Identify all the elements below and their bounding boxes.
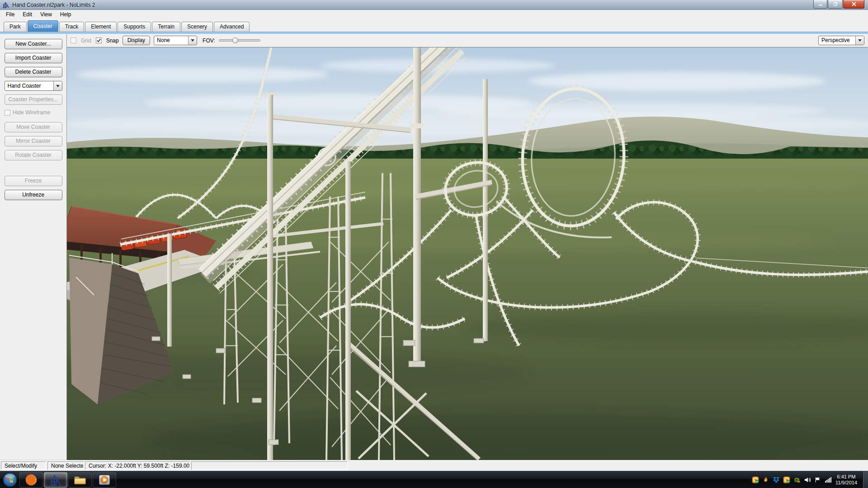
minimize-button[interactable] (813, 0, 827, 9)
flag-icon[interactable] (814, 476, 821, 483)
volume-icon[interactable] (804, 476, 811, 483)
status-cursor-coords: Cursor: X: -22.000ft Y: 59.500ft Z: -159… (85, 461, 190, 470)
move-coaster-button: Move Coaster (5, 122, 62, 132)
status-selection: None Selected (47, 461, 84, 470)
chevron-down-icon[interactable] (855, 36, 864, 45)
system-tray (752, 476, 832, 483)
close-button[interactable] (843, 0, 864, 9)
taskbar-firefox[interactable] (19, 472, 43, 488)
flame-icon[interactable] (762, 476, 769, 483)
camera-view-select[interactable]: Perspective (818, 36, 864, 45)
delete-coaster-button[interactable]: Delete Coaster (5, 67, 62, 77)
tab-track[interactable]: Track (59, 22, 85, 32)
menu-help[interactable]: Help (56, 10, 75, 19)
window-controls (813, 0, 864, 9)
tab-scenery[interactable]: Scenery (181, 22, 213, 32)
taskbar-clock[interactable]: 6:41 PM 11/9/2014 (835, 474, 857, 486)
display-mode-select[interactable]: None (154, 36, 197, 45)
show-desktop-button[interactable] (863, 471, 868, 488)
nvidia-icon[interactable] (793, 476, 801, 483)
rotate-coaster-button: Rotate Coaster (5, 150, 62, 160)
orange-check-icon-2[interactable] (783, 476, 790, 483)
status-empty (191, 461, 348, 470)
clock-time: 6:41 PM (835, 474, 857, 480)
tab-supports[interactable]: Supports (118, 22, 151, 32)
display-mode-value: None (154, 36, 188, 45)
status-bar: Select/Modify None Selected Cursor: X: -… (0, 460, 868, 471)
camera-view-value: Perspective (819, 36, 855, 45)
media-player-icon (98, 474, 111, 486)
hide-wireframe-label: Hide Wireframe (13, 109, 50, 116)
coaster-select-value: Hand Coaster (5, 81, 53, 90)
taskbar-nolimits[interactable] (44, 472, 67, 488)
fov-label: FOV: (203, 38, 215, 44)
firefox-icon (25, 474, 38, 486)
tab-park[interactable]: Park (4, 22, 27, 32)
coaster-sidebar: New Coaster... Import Coaster Delete Coa… (0, 34, 67, 460)
app-icon (2, 1, 9, 9)
snap-checkbox[interactable] (96, 38, 102, 43)
menu-bar: File Edit View Help (0, 10, 868, 19)
freeze-button: Freeze (5, 176, 62, 186)
fov-slider-thumb[interactable] (232, 38, 238, 43)
taskbar-media-player[interactable] (93, 472, 116, 488)
network-signal-icon[interactable] (825, 476, 832, 483)
grid-label: Grid (81, 38, 91, 44)
viewport-toolbar: Grid Snap Display None FOV: Perspective (67, 34, 868, 47)
clock-date: 11/9/2014 (835, 480, 857, 486)
tab-terrain[interactable]: Terrain (152, 22, 180, 32)
tab-coaster[interactable]: Coaster (28, 20, 58, 32)
nolimits-icon (49, 474, 62, 486)
start-button[interactable] (1, 471, 19, 488)
coaster-properties-button: Coaster Properties... (5, 94, 62, 105)
fov-slider[interactable] (219, 39, 260, 42)
taskbar: 6:41 PM 11/9/2014 (0, 471, 868, 488)
grid-checkbox (71, 38, 76, 43)
menu-view[interactable]: View (36, 10, 56, 19)
tab-bar: Park Coaster Track Element Supports Terr… (0, 19, 868, 32)
window-title: Hand Coaster.nl2park - NoLimits 2 (12, 2, 95, 8)
title-bar: Hand Coaster.nl2park - NoLimits 2 (0, 0, 868, 10)
restore-button[interactable] (828, 0, 843, 9)
hide-wireframe-checkbox (5, 110, 10, 116)
viewport-3d[interactable]: .trk{fill:none;stroke:#ebe9de;stroke-wid… (67, 47, 868, 460)
menu-edit[interactable]: Edit (19, 10, 36, 19)
dropbox-icon[interactable] (773, 476, 780, 483)
chevron-down-icon[interactable] (188, 36, 197, 45)
status-mode: Select/Modify (1, 461, 46, 470)
orange-check-icon[interactable] (752, 476, 759, 483)
import-coaster-button[interactable]: Import Coaster (5, 53, 62, 63)
snap-label: Snap (106, 38, 119, 44)
menu-file[interactable]: File (2, 10, 19, 19)
new-coaster-button[interactable]: New Coaster... (5, 39, 62, 49)
coaster-select[interactable]: Hand Coaster (5, 81, 62, 91)
coaster-scene: .trk{fill:none;stroke:#ebe9de;stroke-wid… (67, 47, 868, 460)
tab-element[interactable]: Element (85, 22, 117, 32)
chevron-down-icon[interactable] (53, 81, 62, 90)
hide-wireframe-row: Hide Wireframe (5, 109, 66, 116)
display-button[interactable]: Display (123, 36, 150, 45)
mirror-coaster-button: Mirror Coaster (5, 136, 62, 146)
taskbar-explorer[interactable] (68, 472, 92, 488)
folder-icon (74, 474, 86, 486)
tab-advanced[interactable]: Advanced (214, 22, 250, 32)
unfreeze-button[interactable]: Unfreeze (5, 190, 62, 200)
